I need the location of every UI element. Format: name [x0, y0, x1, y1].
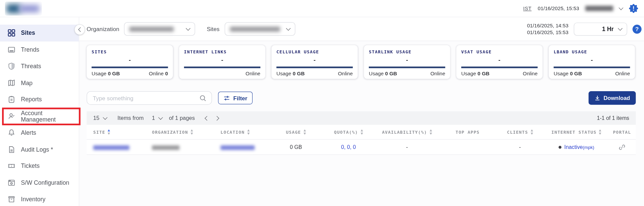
- column-header-usage[interactable]: USAGE: [269, 129, 323, 134]
- sidebar-item-sw-configuration[interactable]: S/W Configuration: [0, 174, 79, 191]
- cell-site-redacted[interactable]: [87, 144, 146, 150]
- column-header-internet-status[interactable]: INTERNET STATUS: [545, 129, 609, 134]
- cell-usage: 0 GB: [269, 144, 323, 150]
- sidebar-item-trends[interactable]: Trends: [0, 41, 79, 58]
- online-label: Online: [246, 71, 260, 76]
- filter-label: Filter: [233, 95, 248, 101]
- page-size-select[interactable]: 15: [93, 115, 107, 121]
- cell-quota[interactable]: 0, 0, 0: [323, 144, 374, 150]
- table-toolbar: Filter Download: [87, 91, 636, 105]
- card-divider-bar: [553, 67, 630, 68]
- duration-select[interactable]: 1 Hr: [574, 22, 627, 35]
- chevron-down-icon: [618, 26, 623, 30]
- card-title: VSAT USAGE: [461, 49, 538, 54]
- brand-logo: [5, 1, 42, 15]
- sidebar-item-threats[interactable]: Threats: [0, 58, 79, 74]
- usage-value: 0 GB: [293, 71, 305, 76]
- sidebar-item-reports[interactable]: Reports: [0, 91, 79, 108]
- help-icon[interactable]: ?: [633, 24, 642, 33]
- online-label: Online: [338, 71, 353, 76]
- sidebar-item-account-management[interactable]: Account Management: [0, 108, 79, 124]
- filter-button[interactable]: Filter: [218, 92, 253, 104]
- card-title: INTERNET LINKS: [184, 49, 260, 54]
- sidebar-item-alerts[interactable]: Alerts: [0, 125, 79, 141]
- status-suffix: (mpk): [583, 145, 594, 150]
- usage-label: Usage: [461, 71, 476, 76]
- column-header-location[interactable]: LOCATION: [214, 129, 269, 134]
- sidebar-item-label: Sites: [21, 30, 35, 36]
- sidebar-item-label: Threats: [21, 63, 41, 69]
- column-header-site[interactable]: SITE: [87, 129, 146, 134]
- online-label: Online: [430, 71, 445, 76]
- search-input[interactable]: [92, 94, 199, 102]
- sliders-icon: [224, 95, 230, 101]
- online-value: 0: [165, 71, 168, 76]
- sidebar-item-label: Alerts: [21, 129, 36, 136]
- card-lband-usage: LBAND USAGE - Usage 0 GB Online: [549, 45, 635, 79]
- cell-clients: -: [495, 144, 545, 150]
- card-starlink-usage: STARLINK USAGE - Usage 0 GB Online: [364, 45, 450, 79]
- previous-page-icon[interactable]: [205, 116, 210, 121]
- cell-availability: -: [374, 144, 440, 150]
- sites-value-redacted: [230, 26, 280, 31]
- next-page-icon[interactable]: [215, 116, 220, 121]
- search-icon: [199, 94, 207, 102]
- card-cellular-usage: CELLULAR USAGE - Usage 0 GB Online: [272, 45, 358, 79]
- download-label: Download: [603, 95, 630, 101]
- cell-internet-status[interactable]: Inactive(mpk): [545, 144, 609, 150]
- chevron-down-icon[interactable]: [619, 5, 623, 10]
- organization-select[interactable]: [124, 22, 195, 36]
- card-value: -: [461, 56, 538, 63]
- card-sites: SITES - Usage 0 GB Online 0: [87, 45, 173, 79]
- time-range-start: 01/16/2025, 14:53: [527, 22, 569, 29]
- sidebar-item-sites[interactable]: Sites: [0, 25, 79, 41]
- card-divider-bar: [277, 67, 353, 68]
- sort-icon[interactable]: [430, 129, 432, 134]
- sites-select[interactable]: [225, 22, 295, 36]
- column-header-clients[interactable]: CLIENTS: [495, 129, 545, 134]
- column-header-quota[interactable]: QUOTA(%): [323, 129, 374, 134]
- current-datetime: 01/16/2025, 15:53: [538, 5, 579, 11]
- page-number-select[interactable]: 1: [152, 115, 162, 121]
- sidebar-item-label: S/W Configuration: [21, 179, 69, 186]
- card-value: -: [184, 56, 260, 63]
- usage-label: Usage: [553, 71, 568, 76]
- status-label: Inactive: [564, 144, 583, 150]
- column-header-organization[interactable]: ORGANIZATION: [146, 129, 214, 134]
- card-title: LBAND USAGE: [553, 49, 630, 54]
- items-range-label: 1-1 of 1 items: [597, 115, 629, 121]
- bell-icon: [7, 129, 16, 137]
- sort-icon[interactable]: [108, 129, 110, 134]
- card-footer: Usage 0 GB Online: [369, 71, 445, 76]
- time-range-end: 01/16/2025, 15:53: [527, 29, 569, 35]
- timezone-link[interactable]: IST: [523, 5, 532, 11]
- sort-icon[interactable]: [190, 129, 193, 134]
- notification-badge-icon[interactable]: [629, 4, 638, 13]
- cell-location-redacted[interactable]: [214, 144, 269, 150]
- sort-icon[interactable]: [531, 129, 533, 134]
- sidebar-item-audit-logs[interactable]: Audit Logs *: [0, 141, 79, 158]
- sidebar-item-inventory[interactable]: Inventory: [0, 191, 79, 206]
- sidebar-item-label: Inventory: [21, 196, 46, 202]
- pagination-bar: 15 Items from 1 of 1 pages 1-1 of 1 item…: [87, 111, 636, 125]
- sidebar-item-label: Map: [21, 80, 32, 86]
- sort-icon[interactable]: [599, 129, 601, 134]
- sidebar-item-label: Tickets: [21, 163, 40, 169]
- usage-label: Usage: [92, 71, 106, 76]
- username-redacted[interactable]: [585, 6, 613, 11]
- sidebar-collapse-button[interactable]: [74, 24, 85, 35]
- usage-value: 0 GB: [570, 71, 582, 76]
- column-header-top-apps: TOP APPS: [440, 130, 495, 135]
- download-button[interactable]: Download: [588, 91, 636, 105]
- cell-portal[interactable]: [608, 144, 636, 151]
- column-header-availability[interactable]: AVAILABILITY(%): [374, 129, 440, 134]
- sort-icon[interactable]: [361, 129, 363, 134]
- sidebar-item-map[interactable]: Map: [0, 75, 79, 91]
- topbar: IST 01/16/2025, 15:53: [0, 0, 644, 17]
- sort-icon[interactable]: [304, 129, 306, 134]
- sort-icon[interactable]: [247, 129, 250, 134]
- chevron-down-icon: [186, 26, 191, 30]
- card-title: SITES: [92, 49, 168, 54]
- sidebar-item-tickets[interactable]: Tickets: [0, 158, 79, 174]
- card-title: CELLULAR USAGE: [277, 49, 353, 54]
